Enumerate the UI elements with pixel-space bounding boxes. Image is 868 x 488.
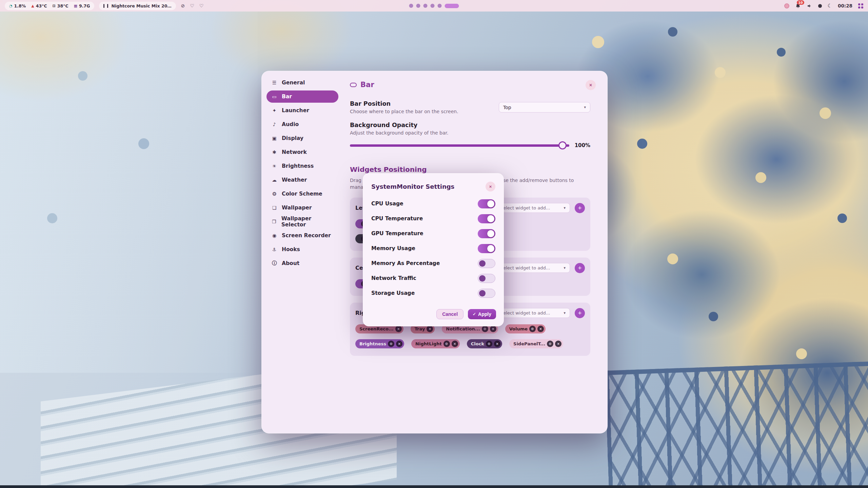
sidebar-item-about[interactable]: ⓘAbout: [267, 257, 338, 269]
sidebar-item-brightness[interactable]: ☀Brightness: [267, 160, 338, 172]
workspace-active-pill[interactable]: [445, 4, 459, 8]
add-widget-button[interactable]: +: [575, 308, 585, 318]
screen-record-icon[interactable]: [818, 4, 822, 8]
opacity-slider-track[interactable]: [350, 144, 569, 147]
toggle-cpu-temperature[interactable]: [478, 214, 495, 223]
nightlight-icon[interactable]: ☾: [828, 3, 832, 8]
volume-icon[interactable]: [807, 3, 812, 9]
chip-remove-button[interactable]: ×: [427, 326, 433, 332]
idle-inhibitor-icon[interactable]: ⊘: [181, 3, 185, 8]
sidebar-item-hooks[interactable]: ⚓Hooks: [267, 243, 338, 256]
toggle-gpu-temperature[interactable]: [478, 229, 495, 238]
toggle-knob: [487, 245, 494, 252]
bar-position-select[interactable]: Top ▾: [499, 102, 590, 113]
chevron-down-icon: ▾: [564, 266, 566, 270]
workspace-dot[interactable]: [423, 4, 428, 8]
page-title: Bar: [360, 81, 374, 89]
sidebar-item-audio[interactable]: ♪Audio: [267, 118, 338, 130]
sidebar-item-bar[interactable]: ▭Bar: [267, 90, 338, 103]
chip-settings-button[interactable]: ⚙: [388, 341, 394, 347]
sidebar-item-network[interactable]: ✱Network: [267, 146, 338, 158]
widget-chip-volume[interactable]: Volume⚙×: [505, 324, 546, 333]
chip-remove-button[interactable]: ×: [395, 326, 402, 332]
toggle-row-memory-as-percentage: Memory As Percentage: [371, 256, 495, 271]
add-widget-button[interactable]: +: [575, 263, 585, 273]
cpu-temp-icon: ▲: [31, 4, 34, 8]
cancel-button[interactable]: Cancel: [436, 309, 463, 319]
display-icon: ▣: [271, 136, 278, 141]
modal-close-button[interactable]: ×: [486, 182, 495, 191]
background-opacity-setting: Background Opacity Adjust the background…: [350, 122, 590, 150]
sidebar-item-color-scheme[interactable]: ❂Color Scheme: [267, 188, 338, 200]
add-widget-select[interactable]: Select widget to add...▾: [496, 263, 570, 273]
toggle-row-gpu-temperature: GPU Temperature: [371, 226, 495, 241]
sidebar-item-launcher[interactable]: ✦Launcher: [267, 104, 338, 117]
toggle-knob: [487, 230, 494, 237]
chip-remove-button[interactable]: ×: [452, 341, 458, 347]
sidebar-item-weather[interactable]: ☁Weather: [267, 174, 338, 186]
workspace-dot[interactable]: [438, 4, 442, 8]
toggle-knob: [487, 200, 494, 207]
heart-icon[interactable]: ♡: [199, 3, 204, 8]
chevron-down-icon: ▾: [564, 311, 566, 315]
widget-chip-brightness[interactable]: Brightness⚙×: [355, 339, 404, 348]
toggle-memory-as-percentage[interactable]: [478, 259, 495, 268]
toggle-network-traffic[interactable]: [478, 274, 495, 283]
toggle-memory-usage[interactable]: [478, 244, 495, 253]
workspace-dot[interactable]: [409, 4, 413, 8]
opacity-slider[interactable]: [350, 141, 569, 150]
chip-remove-button[interactable]: ×: [396, 341, 402, 347]
weather-icon: ☁: [271, 177, 278, 183]
widget-chip-nightlight[interactable]: NightLight⚙×: [411, 339, 460, 348]
widget-chip-label: Tray: [415, 326, 425, 331]
workspace-indicator[interactable]: [409, 0, 459, 12]
notifications-button[interactable]: 10: [795, 3, 801, 9]
chip-settings-button[interactable]: ⚙: [547, 341, 553, 347]
sidebar-item-label: Color Scheme: [282, 191, 322, 197]
add-widget-placeholder: Select widget to add...: [500, 310, 550, 316]
pause-icon[interactable]: [103, 4, 108, 8]
sidebar-item-screen-recorder[interactable]: ◉Screen Recorder: [267, 229, 338, 242]
add-widget-select[interactable]: Select widget to add...▾: [496, 308, 570, 318]
opacity-slider-knob[interactable]: [558, 141, 567, 149]
chip-settings-button[interactable]: ⚙: [443, 341, 450, 347]
chip-remove-button[interactable]: ×: [490, 326, 496, 332]
chip-remove-button[interactable]: ×: [555, 341, 561, 347]
workspace-dot[interactable]: [431, 4, 435, 8]
sidebar-item-general[interactable]: ☰General: [267, 77, 338, 89]
gpu-temp-icon: ⊡: [53, 4, 56, 8]
bottom-strip: [0, 485, 868, 488]
add-widget-placeholder: Select widget to add...: [500, 205, 550, 210]
sidebar-item-label: Launcher: [282, 107, 309, 114]
media-player-module[interactable]: Nightcore Music Mix 20...: [99, 2, 176, 10]
clock[interactable]: 00:28: [838, 3, 852, 8]
color-picker-icon[interactable]: [784, 3, 789, 8]
toggle-label: CPU Usage: [371, 201, 403, 207]
toggle-storage-usage[interactable]: [478, 289, 495, 298]
chip-settings-button[interactable]: ⚙: [529, 326, 536, 332]
app-launcher-icon[interactable]: [858, 3, 863, 8]
close-icon: ×: [489, 184, 492, 189]
toggle-cpu-usage[interactable]: [478, 199, 495, 208]
workspace-dot[interactable]: [416, 4, 420, 8]
apply-button[interactable]: ✓ Apply: [468, 309, 496, 319]
sidebar-item-label: Screen Recorder: [282, 232, 331, 239]
chip-remove-button[interactable]: ×: [537, 326, 544, 332]
chip-settings-button[interactable]: ⚙: [486, 341, 492, 347]
add-widget-button[interactable]: +: [575, 203, 585, 213]
chip-remove-button[interactable]: ×: [494, 341, 500, 347]
chip-settings-button[interactable]: ⚙: [482, 326, 488, 332]
quick-toggle-icons[interactable]: ⊘♡♡: [181, 3, 203, 8]
system-stats-module[interactable]: ◔1.8%▲43°C⊡38°C▦9.7G: [5, 2, 94, 10]
add-widget-placeholder: Select widget to add...: [500, 265, 550, 270]
sidebar-item-wallpaper[interactable]: ❏Wallpaper: [267, 202, 338, 214]
widget-chip-sidepanelt[interactable]: SidePanelT...⚙×: [509, 339, 563, 348]
sidebar-item-label: Wallpaper: [282, 205, 312, 211]
add-widget-select[interactable]: Select widget to add...▾: [496, 203, 570, 213]
toggle-label: GPU Temperature: [371, 230, 423, 237]
media-title[interactable]: Nightcore Music Mix 20...: [111, 3, 172, 8]
sidebar-item-wallpaper-selector[interactable]: ❐Wallpaper Selector: [267, 216, 338, 228]
widget-chip-clock[interactable]: Clock⚙×: [467, 339, 502, 348]
sidebar-item-display[interactable]: ▣Display: [267, 132, 338, 144]
heart-icon[interactable]: ♡: [190, 3, 194, 8]
